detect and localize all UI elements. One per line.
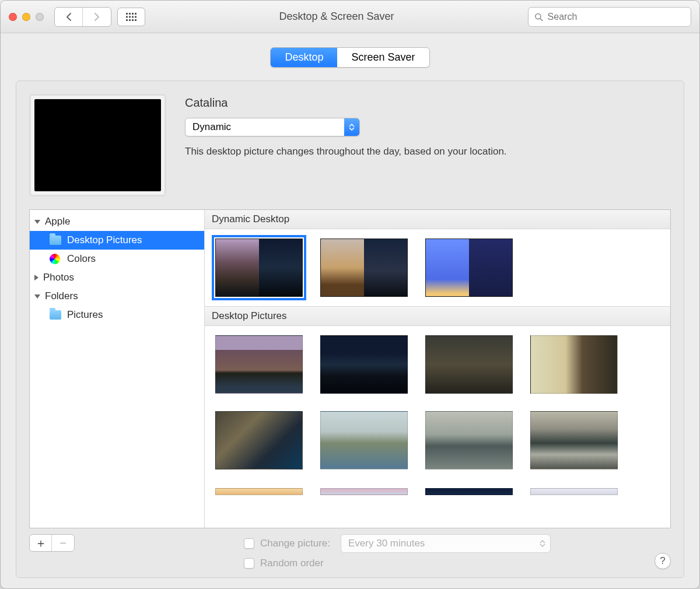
svg-rect-3 [135,13,136,15]
remove-folder-button[interactable]: − [52,535,74,551]
random-order-label: Random order [260,558,324,569]
svg-rect-0 [126,13,128,15]
minimize-window-button[interactable] [22,13,30,21]
grid-icon [126,13,136,21]
change-picture-checkbox[interactable] [244,538,254,549]
folder-icon [50,236,61,245]
static-thumbs [205,326,670,479]
wallpaper-gallery: Dynamic Desktop Desktop Pictures [205,210,670,528]
color-wheel-icon [50,254,60,264]
titlebar: Desktop & Screen Saver [1,1,699,33]
chevron-down-icon [34,220,40,224]
desktop-pane: Catalina Dynamic This desktop picture ch… [16,80,684,578]
content-area: Desktop Screen Saver Catalina Dynamic [1,33,699,588]
dynamic-thumbs [205,229,670,306]
thumb-wallpaper[interactable] [320,411,408,469]
thumb-wallpaper[interactable] [215,335,303,394]
bottom-bar: ＋ − Change picture: Every 30 minutes [29,528,671,569]
change-picture-label: Change picture: [260,538,330,549]
sidebar-label: Apple [45,216,70,227]
search-input[interactable] [548,12,685,22]
thumb-wallpaper[interactable] [425,335,513,394]
current-wallpaper-area: Catalina Dynamic This desktop picture ch… [29,94,671,197]
stepper-icon [535,535,550,552]
sidebar-label: Folders [45,290,78,302]
interval-value: Every 30 minutes [341,535,535,552]
thumb-mojave-dynamic[interactable] [320,239,408,297]
svg-rect-6 [132,16,134,17]
section-dynamic-desktop: Dynamic Desktop [205,210,670,229]
svg-rect-5 [129,16,131,17]
svg-rect-1 [129,13,131,15]
show-all-button[interactable] [117,8,145,26]
stepper-icon [344,118,359,136]
forward-button[interactable] [83,8,111,26]
svg-rect-11 [135,19,136,21]
traffic-lights [9,13,44,21]
add-folder-button[interactable]: ＋ [30,535,52,551]
zoom-window-button[interactable] [36,13,44,21]
random-order-checkbox[interactable] [244,558,254,569]
svg-rect-9 [129,19,131,21]
section-desktop-pictures: Desktop Pictures [205,306,670,326]
sidebar-label: Desktop Pictures [67,234,142,246]
thumb-wallpaper[interactable] [320,335,408,394]
sidebar-group-folders[interactable]: Folders [30,287,204,306]
change-options: Change picture: Every 30 minutes Random … [244,534,551,569]
current-wallpaper-preview [29,94,166,197]
add-remove-folder: ＋ − [29,534,75,552]
appearance-mode-value: Dynamic [186,118,344,136]
thumb-wallpaper[interactable] [215,411,303,469]
svg-rect-2 [132,13,134,15]
sidebar-item-pictures[interactable]: Pictures [30,306,204,324]
svg-rect-10 [132,19,134,21]
thumb-wallpaper[interactable] [215,488,303,495]
sidebar-item-colors[interactable]: Colors [30,250,204,268]
nav-back-forward [54,7,111,27]
prefs-window: Desktop & Screen Saver Desktop Screen Sa… [0,0,700,589]
thumb-wallpaper[interactable] [530,488,618,495]
thumb-wallpaper[interactable] [425,488,513,495]
current-wallpaper-info: Catalina Dynamic This desktop picture ch… [185,94,671,197]
svg-line-13 [540,18,542,20]
sidebar-group-photos[interactable]: Photos [30,268,204,287]
sidebar-item-desktop-pictures[interactable]: Desktop Pictures [30,231,204,250]
svg-rect-7 [135,16,136,17]
tab-screen-saver[interactable]: Screen Saver [337,48,429,67]
chevron-right-icon [34,275,38,281]
help-button[interactable]: ? [654,553,671,569]
thumb-wallpaper[interactable] [425,411,513,469]
static-thumbs-partial [205,479,670,504]
source-sidebar: Apple Desktop Pictures Colors Photos [30,210,205,528]
thumb-solar-gradients[interactable] [425,239,513,297]
window-title: Desktop & Screen Saver [151,10,522,23]
current-wallpaper-name: Catalina [185,96,671,110]
thumb-wallpaper[interactable] [530,335,618,394]
tab-switch: Desktop Screen Saver [270,47,429,68]
tab-desktop[interactable]: Desktop [271,48,337,67]
chevron-down-icon [34,294,40,299]
wallpaper-browser: Apple Desktop Pictures Colors Photos [29,209,671,528]
sidebar-label: Colors [67,253,96,265]
search-field[interactable] [528,7,691,27]
sidebar-label: Photos [43,272,74,283]
current-wallpaper-description: This desktop picture changes throughout … [185,146,671,157]
appearance-mode-select[interactable]: Dynamic [185,118,360,136]
search-icon [534,12,543,22]
back-button[interactable] [55,8,83,26]
thumb-catalina-dynamic[interactable] [215,239,303,297]
thumb-wallpaper[interactable] [320,488,408,495]
svg-rect-8 [126,19,128,21]
svg-rect-4 [126,16,128,17]
sidebar-group-apple[interactable]: Apple [30,212,204,231]
folder-icon [50,310,61,320]
interval-select[interactable]: Every 30 minutes [341,534,551,553]
wallpaper-preview-image [34,99,161,191]
close-window-button[interactable] [9,13,17,21]
thumb-wallpaper[interactable] [530,411,618,469]
sidebar-label: Pictures [67,309,103,321]
